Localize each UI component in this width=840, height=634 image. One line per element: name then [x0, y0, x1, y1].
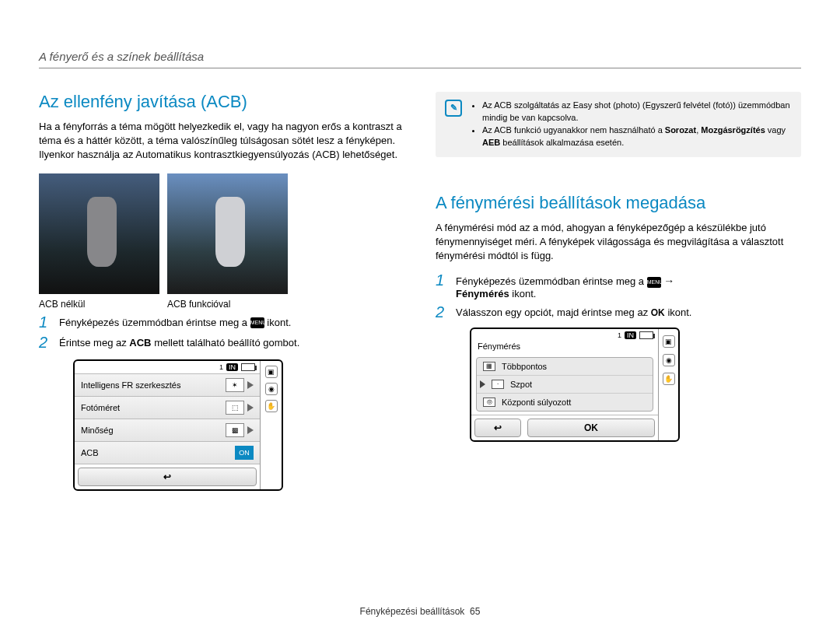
- metering-option-list: ▦ Többpontos · Szpot ◎ Központi súlyozot…: [476, 357, 653, 412]
- step-number: 1: [436, 272, 448, 288]
- menu-row-photosize[interactable]: Fotóméret ⬚: [75, 396, 260, 419]
- metering-intro: A fénymérési mód az a mód, ahogyan a fén…: [436, 221, 801, 264]
- r-step1-pre: Fényképezés üzemmódban érintse meg a: [456, 275, 647, 287]
- storage-in-icon: IN: [625, 331, 636, 339]
- note-bullet-1: Az ACB szolgáltatás az Easy shot (photo)…: [482, 100, 792, 124]
- step2-text-pre: Érintse meg az: [59, 337, 129, 349]
- side-icon-3[interactable]: ✋: [663, 373, 675, 385]
- note-bullet-2: Az ACB funkció ugyanakkor nem használhat…: [482, 124, 792, 149]
- chevron-right-icon: [247, 381, 254, 389]
- side-icon-bar: ▣ ◉ ✋: [658, 329, 678, 440]
- section-title-metering: A fénymérési beállítások megadása: [436, 193, 801, 213]
- r-step2-post: ikont.: [667, 306, 691, 318]
- shot-count: 1: [618, 331, 621, 339]
- row-label: Fotóméret: [81, 403, 120, 412]
- back-button[interactable]: ↩: [78, 468, 257, 486]
- page-footer: Fényképezési beállítások 65: [0, 606, 840, 617]
- row-label: ACB: [81, 448, 99, 457]
- left-column: Az ellenfény javítása (ACB) Ha a fényfor…: [39, 92, 404, 491]
- row-label: Minőség: [81, 426, 114, 435]
- storage-in-icon: IN: [226, 363, 238, 371]
- note2-b2: Mozgásrögzítés: [701, 125, 765, 135]
- step-1-right: 1 Fényképezés üzemmódban érintse meg a M…: [436, 272, 801, 299]
- center-metering-icon: ◎: [483, 398, 495, 407]
- screen-status-bar: 1 IN: [471, 329, 658, 342]
- acb-intro: Ha a fényforrás a téma mögött helyezkedi…: [39, 120, 404, 163]
- battery-icon: [639, 331, 653, 339]
- step2-text-post: mellett található beállító gombot.: [154, 337, 299, 349]
- photo-without-acb: [39, 173, 159, 294]
- toggle-on-button[interactable]: ON: [235, 446, 254, 460]
- option-label: Központi súlyozott: [502, 398, 571, 407]
- breadcrumb: A fényerő és a színek beállítása: [39, 50, 801, 68]
- arrow-right-icon: →: [663, 275, 674, 287]
- footer-label: Fényképezési beállítások: [360, 606, 465, 617]
- step-number: 2: [436, 304, 448, 320]
- r-step2-pre: Válasszon egy opciót, majd érintse meg a…: [456, 306, 651, 318]
- caption-with: ACB funkcióval: [167, 299, 288, 310]
- example-without-acb: ACB nélkül: [39, 173, 159, 310]
- two-column-layout: Az ellenfény javítása (ACB) Ha a fényfor…: [39, 92, 801, 491]
- caption-without: ACB nélkül: [39, 299, 159, 310]
- side-icon-2[interactable]: ◉: [663, 354, 675, 366]
- camera-menu-screenshot: 1 IN Intelligens FR szerkesztés ✶ Fotómé…: [73, 359, 283, 491]
- note2-pre: Az ACB funkció ugyanakkor nem használhat…: [482, 125, 665, 135]
- battery-icon: [241, 363, 255, 371]
- section-title-acb: Az ellenfény javítása (ACB): [39, 92, 404, 112]
- menu-row-quality[interactable]: Minőség ▩: [75, 419, 260, 441]
- menu-row-acb[interactable]: ACB ON: [75, 441, 260, 464]
- option-multi[interactable]: ▦ Többpontos: [477, 358, 653, 375]
- side-icon-bar: ▣ ◉ ✋: [260, 361, 282, 489]
- step1-text-post: ikont.: [267, 317, 291, 328]
- note2-post: beállítások alkalmazása esetén.: [500, 138, 624, 147]
- chevron-right-icon: [247, 404, 254, 412]
- info-note: ✎ Az ACB szolgáltatás az Easy shot (phot…: [436, 92, 801, 157]
- step2-bold: ACB: [129, 337, 151, 349]
- side-icon-2[interactable]: ◉: [265, 383, 278, 395]
- option-label: Többpontos: [502, 362, 547, 371]
- side-icon-1[interactable]: ▣: [663, 335, 675, 348]
- manual-page: A fényerő és a színek beállítása Az elle…: [0, 0, 840, 634]
- ok-icon: OK: [651, 307, 665, 318]
- back-button[interactable]: ↩: [474, 419, 521, 437]
- option-label: Szpot: [510, 380, 532, 389]
- info-icon: ✎: [445, 100, 462, 117]
- side-icon-3[interactable]: ✋: [265, 400, 278, 412]
- option-center[interactable]: ◎ Központi súlyozott: [477, 393, 653, 411]
- step-number: 1: [39, 314, 51, 330]
- row-label: Intelligens FR szerkesztés: [81, 380, 180, 390]
- step-number: 2: [39, 335, 51, 350]
- shot-count: 1: [219, 363, 223, 371]
- example-photo-pair: ACB nélkül ACB funkcióval: [39, 173, 404, 310]
- menu-icon: MENU: [250, 317, 264, 328]
- menu-icon: MENU: [647, 277, 661, 288]
- spot-metering-icon: ·: [492, 380, 504, 389]
- note2-mid2: vagy: [765, 125, 786, 135]
- multi-metering-icon: ▦: [483, 362, 495, 371]
- menu-row-smart-fr[interactable]: Intelligens FR szerkesztés ✶: [75, 373, 260, 396]
- r-step1-bold: Fénymérés: [456, 288, 509, 299]
- photosize-icon: ⬚: [226, 401, 244, 415]
- camera-metering-screenshot: 1 IN Fénymérés ▦ Többpontos ·: [470, 328, 680, 442]
- right-column: ✎ Az ACB szolgáltatás az Easy shot (phot…: [436, 92, 801, 491]
- screen-status-bar: 1 IN: [75, 361, 260, 373]
- side-icon-1[interactable]: ▣: [265, 366, 278, 378]
- r-step1-post: ikont.: [512, 288, 536, 299]
- face-retouch-icon: ✶: [226, 378, 244, 392]
- step1-text-pre: Fényképezés üzemmódban érintse meg a: [59, 317, 250, 328]
- page-number: 65: [470, 606, 480, 617]
- option-spot[interactable]: · Szpot: [477, 375, 653, 393]
- ok-button[interactable]: OK: [527, 419, 655, 437]
- example-with-acb: ACB funkcióval: [167, 173, 288, 310]
- metering-title: Fénymérés: [471, 342, 658, 354]
- step-2-right: 2 Válasszon egy opciót, majd érintse meg…: [436, 304, 801, 320]
- step-1-left: 1 Fényképezés üzemmódban érintse meg a M…: [39, 314, 404, 330]
- quality-icon: ▩: [226, 423, 244, 437]
- note2-b3: AEB: [482, 138, 500, 147]
- photo-with-acb: [167, 173, 288, 294]
- step-2-left: 2 Érintse meg az ACB mellett található b…: [39, 335, 404, 350]
- note2-b1: Sorozat: [665, 125, 696, 135]
- chevron-right-icon: [247, 426, 254, 434]
